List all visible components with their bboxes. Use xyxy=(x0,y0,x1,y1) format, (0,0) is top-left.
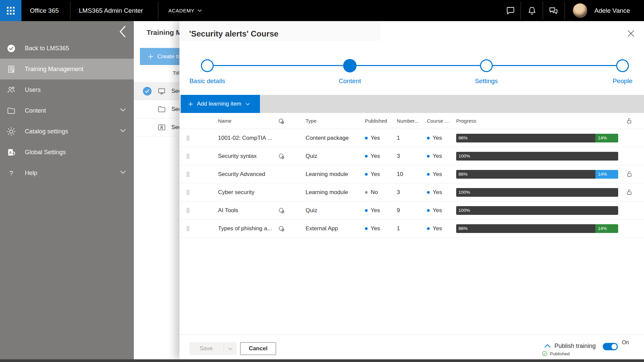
sidebar-item-global-settings[interactable]: A Global Settings xyxy=(0,142,134,163)
add-learning-item-label: Add learning item xyxy=(197,101,241,107)
header-number[interactable]: Number... xyxy=(397,113,419,129)
step-label[interactable]: Basic details xyxy=(190,77,225,85)
item-course-value: Yes xyxy=(433,171,442,177)
sidebar-collapse-button[interactable] xyxy=(119,25,126,33)
learning-item-row[interactable]: Cyber security Learning module No 3 Yes … xyxy=(179,183,644,201)
svg-text:A: A xyxy=(9,150,12,154)
learning-item-row[interactable]: Types of phishing a... External App Yes … xyxy=(179,220,644,238)
learning-item-row[interactable]: Security syntax Quiz Yes 3 Yes 100% xyxy=(179,147,644,165)
save-button[interactable]: Save xyxy=(190,342,223,355)
chat-icon[interactable] xyxy=(505,6,516,16)
sidebar-item-help[interactable]: ? Help xyxy=(0,163,134,183)
learning-items-header: Name Type Published Number... Course ...… xyxy=(179,113,644,129)
learning-item-row[interactable]: Security Advanced Learning module Yes 10… xyxy=(179,165,644,183)
plus-icon xyxy=(188,102,193,107)
item-number: 1 xyxy=(397,129,400,147)
topbar-divider xyxy=(543,2,543,19)
feedback-icon[interactable] xyxy=(548,6,558,16)
status-dot xyxy=(427,137,430,139)
header-type[interactable]: Type xyxy=(306,113,317,129)
sidebar-item-back-to-lms365[interactable]: Back to LMS365 xyxy=(0,38,134,59)
progress-bar: 86% 14% xyxy=(456,134,618,142)
contact-card-icon xyxy=(157,123,166,132)
bell-icon[interactable] xyxy=(527,6,537,16)
sidebar-item-catalog-settings[interactable]: Catalog settings xyxy=(0,121,134,142)
publish-toggle[interactable] xyxy=(603,343,618,350)
drag-handle-icon[interactable] xyxy=(187,154,190,159)
item-course: Yes xyxy=(427,220,442,238)
admin-center-link[interactable]: LMS365 Admin Center xyxy=(79,0,143,21)
progress-segment: 14% xyxy=(595,170,618,179)
status-dot xyxy=(427,173,430,176)
status-dot xyxy=(427,155,430,158)
item-course: Yes xyxy=(427,183,442,201)
cancel-button[interactable]: Cancel xyxy=(240,342,276,355)
sidebar-item-content[interactable]: Content xyxy=(0,100,134,121)
item-number: 1 xyxy=(397,220,400,238)
chevron-down-icon xyxy=(120,170,126,176)
status-dot xyxy=(365,227,368,230)
step-circle[interactable] xyxy=(480,59,493,72)
item-number: 10 xyxy=(397,165,403,183)
sidebar-item-users[interactable]: Users xyxy=(0,79,134,100)
lock-icon xyxy=(626,188,633,196)
status-dot xyxy=(427,191,430,194)
drag-handle-icon[interactable] xyxy=(187,190,190,195)
header-course[interactable]: Course ... xyxy=(427,113,449,129)
item-name: Security Advanced xyxy=(218,165,265,183)
progress-segment-label: 100% xyxy=(459,190,470,195)
item-published: No xyxy=(365,183,378,201)
learning-item-row[interactable]: 1001-02: CompTIA ... Content package Yes… xyxy=(179,129,644,147)
drag-handle-icon[interactable] xyxy=(187,172,190,177)
learning-item-row[interactable]: AI Tools Quiz Yes 9 Yes 100% xyxy=(179,201,644,220)
progress-segment-label: 14% xyxy=(598,135,607,140)
step-circle[interactable] xyxy=(201,59,214,72)
item-published-value: Yes xyxy=(371,153,380,159)
stepper-line xyxy=(207,65,623,66)
progress-segment-label: 100% xyxy=(459,208,470,213)
sidebar-item-label: Content xyxy=(25,107,46,114)
sidebar-nav: Back to LMS365 Training Management Users… xyxy=(0,21,134,359)
sidebar-item-training-management[interactable]: Training Management xyxy=(0,59,134,79)
item-published-value: No xyxy=(371,189,378,195)
sidebar-item-label: Help xyxy=(25,170,37,177)
tenant-dropdown[interactable]: ACADEMY xyxy=(168,0,202,21)
item-published: Yes xyxy=(365,147,380,165)
user-avatar[interactable] xyxy=(573,3,587,18)
item-type: Learning module xyxy=(306,183,348,201)
add-learning-item-button[interactable]: Add learning item xyxy=(181,95,260,113)
question-icon: ? xyxy=(7,169,16,178)
sidebar-item-label: Back to LMS365 xyxy=(25,45,69,52)
header-name[interactable]: Name xyxy=(218,113,231,129)
sidebar-item-label: Global Settings xyxy=(25,149,66,156)
item-name: Cyber security xyxy=(218,183,255,201)
step-label[interactable]: Content xyxy=(339,77,361,85)
step-circle[interactable] xyxy=(343,59,357,72)
step-circle[interactable] xyxy=(616,59,629,72)
status-dot xyxy=(427,209,430,212)
progress-bar: 100% xyxy=(456,206,618,215)
selected-check-icon xyxy=(143,87,152,96)
status-dot xyxy=(365,173,368,176)
header-progress[interactable]: Progress xyxy=(456,113,476,129)
office-365-link[interactable]: Office 365 xyxy=(30,0,59,21)
drag-handle-icon[interactable] xyxy=(187,208,190,213)
header-published[interactable]: Published xyxy=(365,113,387,129)
sidebar-item-label: Users xyxy=(25,86,41,94)
progress-segment: 14% xyxy=(595,134,618,142)
chevron-up-icon[interactable] xyxy=(544,344,551,349)
save-split-dropdown[interactable] xyxy=(223,342,237,355)
item-published-value: Yes xyxy=(371,225,380,232)
drag-handle-icon[interactable] xyxy=(187,226,190,231)
step-label[interactable]: People xyxy=(612,77,632,85)
drag-handle-icon[interactable] xyxy=(187,135,190,141)
monitor-icon xyxy=(157,87,166,96)
progress-segment: 14% xyxy=(595,224,618,233)
user-name[interactable]: Adele Vance xyxy=(594,0,630,21)
publish-toggle-state: On xyxy=(622,340,629,346)
item-published: Yes xyxy=(365,129,380,147)
step-label[interactable]: Settings xyxy=(475,77,498,85)
globe-disconnected-icon xyxy=(277,225,285,232)
app-launcher-button[interactable] xyxy=(0,0,21,21)
globe-disconnected-icon xyxy=(277,117,285,125)
